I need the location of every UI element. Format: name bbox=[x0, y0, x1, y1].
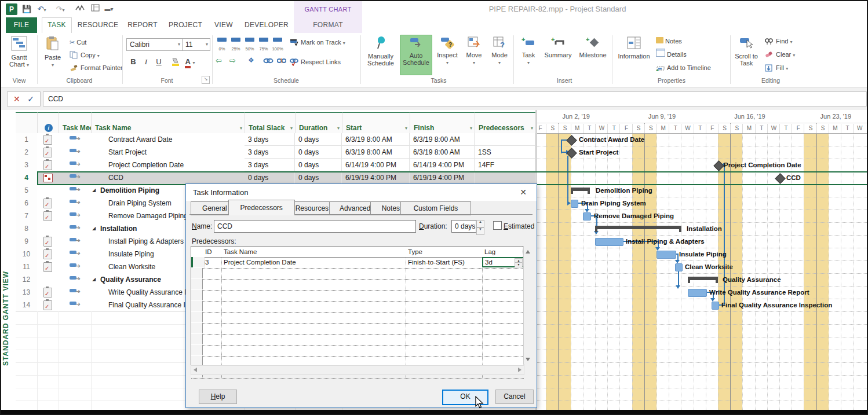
outdent-task-icon[interactable]: ⇦ bbox=[216, 56, 222, 65]
link-tasks-icon[interactable] bbox=[263, 56, 273, 67]
cancel-entry-icon[interactable]: ✕ bbox=[13, 94, 20, 104]
task-bar[interactable] bbox=[595, 238, 623, 246]
dialog-tab-custom-fields[interactable]: Custom Fields bbox=[400, 201, 471, 215]
grid-row-selector[interactable] bbox=[191, 334, 203, 344]
task-mode-cell[interactable]: ➔ bbox=[59, 248, 92, 261]
percent-50-button[interactable]: 50% bbox=[243, 36, 256, 55]
duration-cell[interactable]: 0 days bbox=[295, 133, 342, 146]
total-slack-cell[interactable]: 3 days bbox=[245, 159, 295, 171]
info-cell[interactable] bbox=[37, 260, 59, 274]
row-number[interactable]: 2 bbox=[16, 146, 38, 159]
task-name-cell[interactable]: CCD bbox=[91, 171, 245, 185]
grid-row-selector[interactable] bbox=[191, 312, 203, 322]
task-mode-cell[interactable]: ➔ bbox=[59, 146, 92, 159]
row-number[interactable]: 14 bbox=[16, 299, 38, 312]
ok-button[interactable]: OK bbox=[442, 390, 488, 405]
task-bar[interactable] bbox=[583, 212, 591, 221]
task-mode-cell[interactable]: ➔ bbox=[59, 197, 92, 210]
background-color-button[interactable] bbox=[170, 57, 181, 67]
total-slack-cell[interactable]: 3 days bbox=[245, 133, 295, 146]
font-dialog-launcher-icon[interactable]: ↘ bbox=[202, 76, 210, 84]
info-cell[interactable] bbox=[37, 248, 59, 261]
gantt-chart-button[interactable]: Gantt Chart ▾ bbox=[3, 35, 35, 75]
duration-spinner[interactable]: ▲▼ bbox=[476, 220, 484, 233]
bold-button[interactable]: B bbox=[127, 56, 139, 68]
finish-cell[interactable]: 6/3/19 8:00 AM bbox=[410, 133, 475, 146]
duration-cell[interactable]: 0 days bbox=[295, 171, 342, 184]
entry-field[interactable]: CCD bbox=[43, 91, 867, 106]
font-size-combo[interactable]: 11▾ bbox=[182, 38, 210, 51]
grid-cell-task-name[interactable]: Project Completion Date bbox=[221, 257, 406, 267]
task-mode-cell[interactable]: ➔ bbox=[59, 159, 92, 172]
grid-cell-id[interactable]: 3 bbox=[203, 257, 222, 267]
summary-bar[interactable] bbox=[595, 226, 681, 229]
task-bar[interactable] bbox=[657, 251, 676, 259]
find-button[interactable]: Find ▾ bbox=[765, 35, 792, 47]
dialog-title-bar[interactable]: Task Information bbox=[186, 184, 537, 201]
row-number[interactable]: 4 bbox=[16, 171, 38, 185]
info-cell[interactable] bbox=[37, 222, 59, 236]
task-bar[interactable] bbox=[675, 263, 683, 271]
start-cell[interactable]: 6/3/19 8:00 AM bbox=[342, 146, 410, 159]
summary-bar[interactable] bbox=[688, 277, 718, 280]
row-number[interactable]: 8 bbox=[16, 222, 38, 236]
column-header-task-mode[interactable]: Task Mode▾ bbox=[59, 112, 91, 135]
row-number[interactable]: 10 bbox=[16, 248, 38, 261]
info-cell[interactable] bbox=[37, 273, 59, 287]
predecessors-cell[interactable]: 14FF bbox=[475, 159, 535, 171]
row-number[interactable]: 5 bbox=[16, 184, 38, 197]
information-button[interactable]: Information bbox=[615, 35, 652, 75]
scroll-left-icon[interactable] bbox=[194, 368, 197, 372]
task-bar[interactable] bbox=[688, 289, 707, 297]
task-mode-cell[interactable]: ➔ bbox=[59, 260, 92, 274]
grid-cell-lag-editbox[interactable]: 3d▲▼ bbox=[482, 257, 524, 267]
manually-schedule-button[interactable]: Manually Schedule bbox=[364, 35, 397, 75]
row-number[interactable]: 11 bbox=[16, 260, 38, 274]
start-cell[interactable]: 6/3/19 8:00 AM bbox=[342, 133, 410, 146]
scroll-right-icon[interactable] bbox=[518, 368, 521, 372]
italic-button[interactable]: I bbox=[140, 56, 152, 68]
move-button[interactable]: Move▾ bbox=[462, 35, 486, 75]
sparkline-icon[interactable] bbox=[74, 3, 86, 15]
table-header-corner[interactable] bbox=[16, 112, 37, 135]
redo-icon[interactable]: ↷▾ bbox=[54, 3, 66, 15]
total-slack-cell[interactable]: 3 days bbox=[245, 146, 295, 159]
scroll-to-task-button[interactable]: Scroll to Task bbox=[732, 35, 760, 75]
column-header-predecessors[interactable]: Predecessors▾ bbox=[475, 112, 535, 135]
task-name-cell[interactable]: Start Project bbox=[91, 146, 245, 159]
task-bar[interactable] bbox=[712, 302, 719, 310]
row-number[interactable]: 12 bbox=[16, 273, 38, 287]
task-bar[interactable] bbox=[571, 200, 578, 208]
customize-quick-access-icon[interactable]: ▬▾ bbox=[103, 3, 115, 15]
grid-hscrollbar[interactable] bbox=[191, 365, 524, 375]
task-mode-cell[interactable]: ➔ bbox=[59, 210, 92, 223]
scroll-down-icon[interactable] bbox=[526, 358, 530, 361]
task-mode-cell[interactable]: ➔ bbox=[59, 184, 92, 197]
tab-view[interactable]: VIEW bbox=[209, 17, 239, 33]
info-cell[interactable] bbox=[37, 171, 59, 185]
form-view-icon[interactable] bbox=[89, 3, 101, 15]
task-mode-cell[interactable]: ➔ bbox=[59, 235, 92, 248]
grid-row-selector[interactable] bbox=[191, 301, 203, 311]
clear-button[interactable]: Clear ▾ bbox=[765, 49, 795, 60]
mode-button[interactable]: ? Mode▾ bbox=[488, 35, 511, 75]
help-button[interactable]: Help bbox=[199, 390, 237, 404]
paste-button[interactable]: Paste▾ bbox=[39, 35, 66, 75]
grid-row-selector[interactable] bbox=[191, 279, 203, 289]
tab-developer[interactable]: DEVELOPER bbox=[242, 17, 291, 33]
finish-cell[interactable]: 6/19/19 4:00 PM bbox=[410, 171, 475, 184]
estimated-checkbox[interactable] bbox=[493, 221, 502, 230]
mark-on-track-button[interactable]: Mark on Track ▾ bbox=[290, 36, 345, 48]
task-mode-cell[interactable]: ➔ bbox=[59, 171, 92, 185]
save-icon[interactable]: 💾 bbox=[21, 3, 32, 15]
fill-button[interactable]: Fill ▾ bbox=[765, 62, 788, 74]
inspect-button[interactable]: ? Inspect▾ bbox=[435, 35, 460, 75]
task-name-cell[interactable]: Project Completion Date bbox=[91, 159, 245, 172]
info-cell[interactable] bbox=[37, 184, 59, 197]
task-mode-cell[interactable]: ➔ bbox=[59, 299, 92, 312]
font-color-button[interactable]: A ▾ bbox=[184, 56, 196, 68]
indent-task-icon[interactable]: ⇨ bbox=[229, 56, 236, 65]
percent-100-button[interactable]: 100% bbox=[271, 36, 284, 55]
close-icon[interactable]: ✕ bbox=[515, 184, 532, 201]
scroll-up-icon[interactable] bbox=[526, 250, 530, 254]
